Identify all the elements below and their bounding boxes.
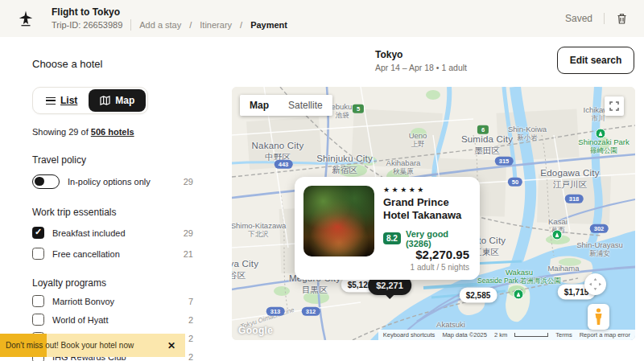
pan-control[interactable] [584,273,606,295]
trip-title: Flight to Tokyo [52,6,287,18]
route-shield: 50 [508,178,522,187]
filter-free-cancellation[interactable]: Free cancellation 21 [32,248,193,260]
results-count-prefix: Showing 29 of [32,127,91,137]
map-label-shinozaki-park: Shinozaki Park篠崎公園 [578,137,629,154]
map-label-nakano: Nakano City中野区 [252,141,304,162]
edit-search-button[interactable]: Edit search [557,47,634,74]
map-type-map-button[interactable]: Map [240,95,279,116]
expressway-shield: 5 [353,105,364,113]
scale-label: 2 km [494,331,507,338]
filter-marriott-bonvoy[interactable]: Marriott Bonvoy 7 [32,295,193,307]
keyboard-shortcuts-link[interactable]: Keyboard shortcuts [383,331,436,338]
breadcrumb-itinerary[interactable]: Itinerary [200,20,232,30]
list-icon [46,97,56,105]
close-icon[interactable]: ✕ [167,340,185,351]
hotel-photo [303,186,374,256]
filter-label: In-policy options only [68,177,175,187]
hotel-stars: ★★★★★ [383,186,471,194]
street-view-pegman[interactable] [588,304,609,330]
rating-badge: 8.2 [383,232,401,244]
results-count-link[interactable]: 506 hotels [91,127,134,137]
route-shield: 312 [302,307,320,316]
filter-breakfast-included[interactable]: Breakfast included 29 [32,227,193,239]
page-title: Choose a hotel [32,58,102,70]
route-shield: 443 [275,160,293,169]
toggle-knob [35,177,44,187]
map-attribution: Keyboard shortcuts Map data ©2025 2 km T… [378,330,635,340]
map-view-button[interactable]: Map [89,89,146,112]
checkbox-icon[interactable] [32,295,44,307]
checkbox-icon[interactable] [32,248,44,260]
app-header: Flight to Tokyo Trip-ID: 26653989 Add a … [0,0,644,37]
map-label-sumida: Sumida City墨田区 [461,134,513,155]
breadcrumb-payment[interactable]: Payment [250,20,287,30]
expressway-shield: 6 [477,125,489,134]
hotel-price: $2,270.95 [411,248,469,261]
map-label-ueno: Ueno上野 [409,131,427,148]
map-label-shinjuku: Shinjuku City新宿区 [316,154,373,174]
hotel-card[interactable]: ★★★★★ Grand Prince Hotel Takanawa 8.2 Ve… [295,177,480,280]
section-travel-policy: Travel policy [32,154,193,166]
saved-status: Saved [565,13,592,24]
filter-label: Marriott Bonvoy [52,297,180,306]
map-label-akatsuki: Akatsuki [436,320,465,329]
trip-id: Trip-ID: 26653989 [52,20,122,30]
filter-label: Breakfast included [52,228,175,238]
airplane-icon [0,10,52,27]
map-icon [100,96,110,105]
filter-count: 2 [188,315,193,325]
filters-sidebar: List Map Showing 29 of 506 hotels Travel… [32,87,193,361]
policy-toggle[interactable] [32,174,60,189]
view-toggle: List Map [32,87,148,114]
park-pin-icon [596,129,606,139]
filter-count: 2 [188,334,193,343]
park-pin-icon [552,230,563,240]
route-shield: 315 [495,157,514,166]
map-label-akihabara: Akihabara秋葉原 [386,158,421,175]
map-type-control: Map Satellite [240,95,332,116]
price-marker[interactable]: $2,585 [460,288,497,303]
filter-label: World of Hyatt [52,315,180,325]
destination: Tokyo [375,49,467,60]
checkbox-icon[interactable] [32,314,44,326]
report-map-error-link[interactable]: Report a map error [580,331,630,338]
trash-icon[interactable] [616,12,628,25]
filter-count: 2 [188,352,193,361]
terms-link[interactable]: Terms [555,331,572,338]
fullscreen-button[interactable] [605,96,624,116]
subheader: Choose a hotel Tokyo Apr 14 – Apr 18 • 1… [0,37,644,87]
map-label-wakasu-park: WakasuSeaside Park 若洲海浜公園 [477,268,561,285]
route-shield: 313 [266,307,285,316]
filter-count: 29 [184,228,193,238]
filter-in-policy[interactable]: In-policy options only 29 [32,174,193,189]
hotel-name: Grand Prince Hotel Takanawa [383,196,471,223]
breadcrumb-separator: / [240,20,242,30]
scale-bar [514,333,548,337]
filter-count: 21 [184,249,193,259]
map-label-edogawa: Edogawa City江戸川区 [540,168,599,189]
map-data-text: Map data ©2025 [442,331,487,338]
map-label-shimo-kitazawa: Shimo-Kitazawa下北沢 [232,221,286,238]
map-view-label: Map [115,95,134,106]
promo-text: Don't miss out! Book your hotel now [0,341,167,350]
map-type-satellite-button[interactable]: Satellite [279,95,332,116]
results-count: Showing 29 of 506 hotels [32,127,193,137]
section-loyalty-programs: Loyalty programs [32,277,193,289]
promo-banner: Don't miss out! Book your hotel now ✕ [0,334,185,357]
map-label-setagaya: Setagaya City世田谷区 [232,259,258,280]
hotel-map[interactable]: Map Satellite Ikebukuro池袋 Nakano City中野区… [232,87,635,340]
header-divider [604,13,605,24]
filter-count: 29 [184,177,193,187]
breadcrumb-separator: / [189,20,192,30]
filter-world-of-hyatt[interactable]: World of Hyatt 2 [32,314,193,326]
section-work-trip-essentials: Work trip essentials [32,207,193,218]
map-label-shin-koiwa: Shin-Koiwa新小岩 [508,125,547,142]
list-view-label: List [60,95,77,106]
filter-label: Free cancellation [52,249,175,259]
header-divider [130,19,131,31]
list-view-button[interactable]: List [35,89,89,112]
route-shield: 302 [590,224,609,233]
breadcrumb-add-a-stay[interactable]: Add a stay [139,20,181,30]
checkbox-checked-icon[interactable] [32,227,44,239]
google-logo: Google [238,325,273,336]
